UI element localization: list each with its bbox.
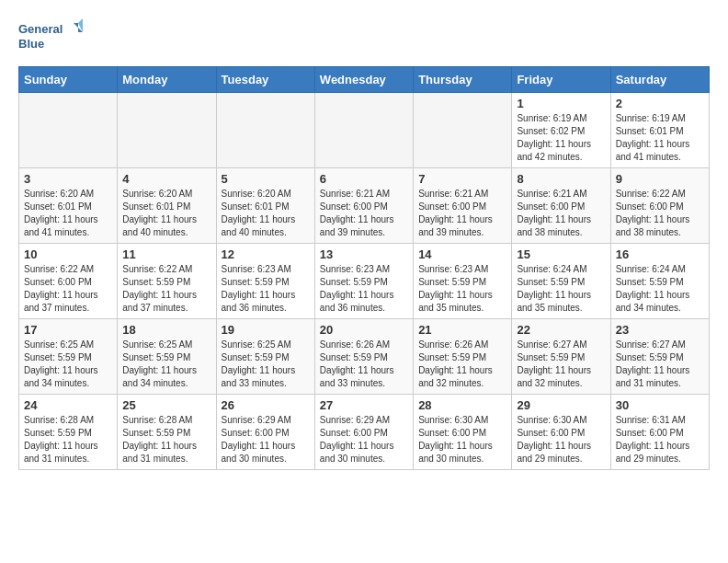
day-number: 12 xyxy=(222,247,310,261)
calendar-cell: 23Sunrise: 6:27 AM Sunset: 5:59 PM Dayli… xyxy=(610,319,709,395)
day-number: 8 xyxy=(517,172,605,186)
calendar-cell: 12Sunrise: 6:23 AM Sunset: 5:59 PM Dayli… xyxy=(216,244,314,319)
calendar-cell: 14Sunrise: 6:23 AM Sunset: 5:59 PM Dayli… xyxy=(414,244,512,319)
day-info: Sunrise: 6:19 AM Sunset: 6:01 PM Dayligh… xyxy=(616,112,704,164)
day-info: Sunrise: 6:27 AM Sunset: 5:59 PM Dayligh… xyxy=(517,339,605,390)
calendar-cell: 20Sunrise: 6:26 AM Sunset: 5:59 PM Dayli… xyxy=(314,319,413,395)
day-number: 11 xyxy=(122,247,210,261)
page-header: General Blue xyxy=(18,18,710,57)
calendar-week-row: 1Sunrise: 6:19 AM Sunset: 6:02 PM Daylig… xyxy=(19,93,710,168)
calendar-week-row: 3Sunrise: 6:20 AM Sunset: 6:01 PM Daylig… xyxy=(19,168,710,244)
calendar-cell: 5Sunrise: 6:20 AM Sunset: 6:01 PM Daylig… xyxy=(216,168,314,244)
calendar-cell: 6Sunrise: 6:21 AM Sunset: 6:00 PM Daylig… xyxy=(314,168,413,244)
day-info: Sunrise: 6:23 AM Sunset: 5:59 PM Dayligh… xyxy=(418,263,506,315)
day-info: Sunrise: 6:25 AM Sunset: 5:59 PM Dayligh… xyxy=(24,339,112,390)
day-info: Sunrise: 6:22 AM Sunset: 6:00 PM Dayligh… xyxy=(616,188,704,239)
calendar-cell: 8Sunrise: 6:21 AM Sunset: 6:00 PM Daylig… xyxy=(512,168,610,244)
day-info: Sunrise: 6:22 AM Sunset: 5:59 PM Dayligh… xyxy=(122,263,210,315)
calendar-cell: 15Sunrise: 6:24 AM Sunset: 5:59 PM Dayli… xyxy=(512,244,610,319)
day-info: Sunrise: 6:24 AM Sunset: 5:59 PM Dayligh… xyxy=(616,263,704,315)
day-number: 4 xyxy=(122,172,210,186)
calendar-cell xyxy=(314,93,413,168)
svg-text:Blue: Blue xyxy=(18,37,44,51)
calendar-table: SundayMondayTuesdayWednesdayThursdayFrid… xyxy=(18,66,710,470)
day-number: 30 xyxy=(616,398,704,412)
day-info: Sunrise: 6:26 AM Sunset: 5:59 PM Dayligh… xyxy=(320,339,408,390)
day-number: 23 xyxy=(616,323,704,337)
day-info: Sunrise: 6:28 AM Sunset: 5:59 PM Dayligh… xyxy=(122,414,210,465)
weekday-header-row: SundayMondayTuesdayWednesdayThursdayFrid… xyxy=(19,67,710,93)
calendar-cell: 2Sunrise: 6:19 AM Sunset: 6:01 PM Daylig… xyxy=(610,93,709,168)
day-number: 27 xyxy=(320,398,408,412)
day-number: 19 xyxy=(222,323,310,337)
day-number: 28 xyxy=(418,398,506,412)
day-info: Sunrise: 6:24 AM Sunset: 5:59 PM Dayligh… xyxy=(517,263,605,315)
day-info: Sunrise: 6:29 AM Sunset: 6:00 PM Dayligh… xyxy=(222,414,310,465)
logo: General Blue xyxy=(18,18,83,57)
day-info: Sunrise: 6:25 AM Sunset: 5:59 PM Dayligh… xyxy=(122,339,210,390)
day-number: 20 xyxy=(320,323,408,337)
day-info: Sunrise: 6:30 AM Sunset: 6:00 PM Dayligh… xyxy=(517,414,605,465)
day-info: Sunrise: 6:29 AM Sunset: 6:00 PM Dayligh… xyxy=(320,414,408,465)
weekday-header: Friday xyxy=(512,67,610,93)
day-info: Sunrise: 6:25 AM Sunset: 5:59 PM Dayligh… xyxy=(222,339,310,390)
logo-svg: General Blue xyxy=(18,18,83,57)
calendar-cell: 10Sunrise: 6:22 AM Sunset: 6:00 PM Dayli… xyxy=(19,244,118,319)
day-number: 5 xyxy=(222,172,310,186)
calendar-cell xyxy=(216,93,314,168)
calendar-cell: 19Sunrise: 6:25 AM Sunset: 5:59 PM Dayli… xyxy=(216,319,314,395)
day-info: Sunrise: 6:21 AM Sunset: 6:00 PM Dayligh… xyxy=(320,188,408,239)
day-info: Sunrise: 6:31 AM Sunset: 6:00 PM Dayligh… xyxy=(616,414,704,465)
calendar-cell: 3Sunrise: 6:20 AM Sunset: 6:01 PM Daylig… xyxy=(19,168,118,244)
calendar-cell: 30Sunrise: 6:31 AM Sunset: 6:00 PM Dayli… xyxy=(610,395,709,470)
day-info: Sunrise: 6:20 AM Sunset: 6:01 PM Dayligh… xyxy=(24,188,112,239)
day-info: Sunrise: 6:21 AM Sunset: 6:00 PM Dayligh… xyxy=(517,188,605,239)
calendar-cell: 21Sunrise: 6:26 AM Sunset: 5:59 PM Dayli… xyxy=(414,319,512,395)
day-number: 18 xyxy=(122,323,210,337)
day-info: Sunrise: 6:27 AM Sunset: 5:59 PM Dayligh… xyxy=(616,339,704,390)
day-info: Sunrise: 6:23 AM Sunset: 5:59 PM Dayligh… xyxy=(222,263,310,315)
day-number: 26 xyxy=(222,398,310,412)
calendar-cell: 7Sunrise: 6:21 AM Sunset: 6:00 PM Daylig… xyxy=(414,168,512,244)
calendar-cell: 13Sunrise: 6:23 AM Sunset: 5:59 PM Dayli… xyxy=(314,244,413,319)
day-number: 17 xyxy=(24,323,112,337)
weekday-header: Thursday xyxy=(414,67,512,93)
weekday-header: Wednesday xyxy=(314,67,413,93)
day-info: Sunrise: 6:30 AM Sunset: 6:00 PM Dayligh… xyxy=(418,414,506,465)
svg-text:General: General xyxy=(18,22,63,36)
day-number: 9 xyxy=(616,172,704,186)
day-number: 3 xyxy=(24,172,112,186)
day-info: Sunrise: 6:21 AM Sunset: 6:00 PM Dayligh… xyxy=(418,188,506,239)
calendar-cell: 17Sunrise: 6:25 AM Sunset: 5:59 PM Dayli… xyxy=(19,319,118,395)
day-info: Sunrise: 6:20 AM Sunset: 6:01 PM Dayligh… xyxy=(122,188,210,239)
day-info: Sunrise: 6:22 AM Sunset: 6:00 PM Dayligh… xyxy=(24,263,112,315)
calendar-cell: 4Sunrise: 6:20 AM Sunset: 6:01 PM Daylig… xyxy=(118,168,216,244)
day-number: 21 xyxy=(418,323,506,337)
day-info: Sunrise: 6:23 AM Sunset: 5:59 PM Dayligh… xyxy=(320,263,408,315)
day-info: Sunrise: 6:20 AM Sunset: 6:01 PM Dayligh… xyxy=(222,188,310,239)
calendar-cell xyxy=(118,93,216,168)
calendar-cell: 24Sunrise: 6:28 AM Sunset: 5:59 PM Dayli… xyxy=(19,395,118,470)
calendar-cell: 9Sunrise: 6:22 AM Sunset: 6:00 PM Daylig… xyxy=(610,168,709,244)
calendar-cell: 22Sunrise: 6:27 AM Sunset: 5:59 PM Dayli… xyxy=(512,319,610,395)
calendar-cell: 18Sunrise: 6:25 AM Sunset: 5:59 PM Dayli… xyxy=(118,319,216,395)
day-number: 15 xyxy=(517,247,605,261)
day-number: 29 xyxy=(517,398,605,412)
day-number: 14 xyxy=(418,247,506,261)
calendar-cell: 11Sunrise: 6:22 AM Sunset: 5:59 PM Dayli… xyxy=(118,244,216,319)
day-number: 25 xyxy=(122,398,210,412)
day-info: Sunrise: 6:28 AM Sunset: 5:59 PM Dayligh… xyxy=(24,414,112,465)
calendar-week-row: 17Sunrise: 6:25 AM Sunset: 5:59 PM Dayli… xyxy=(19,319,710,395)
day-number: 10 xyxy=(24,247,112,261)
day-number: 22 xyxy=(517,323,605,337)
day-info: Sunrise: 6:26 AM Sunset: 5:59 PM Dayligh… xyxy=(418,339,506,390)
calendar-cell: 1Sunrise: 6:19 AM Sunset: 6:02 PM Daylig… xyxy=(512,93,610,168)
day-number: 13 xyxy=(320,247,408,261)
calendar-cell: 27Sunrise: 6:29 AM Sunset: 6:00 PM Dayli… xyxy=(314,395,413,470)
calendar-cell xyxy=(19,93,118,168)
day-number: 16 xyxy=(616,247,704,261)
calendar-cell: 29Sunrise: 6:30 AM Sunset: 6:00 PM Dayli… xyxy=(512,395,610,470)
calendar-week-row: 24Sunrise: 6:28 AM Sunset: 5:59 PM Dayli… xyxy=(19,395,710,470)
weekday-header: Saturday xyxy=(610,67,709,93)
day-number: 7 xyxy=(418,172,506,186)
